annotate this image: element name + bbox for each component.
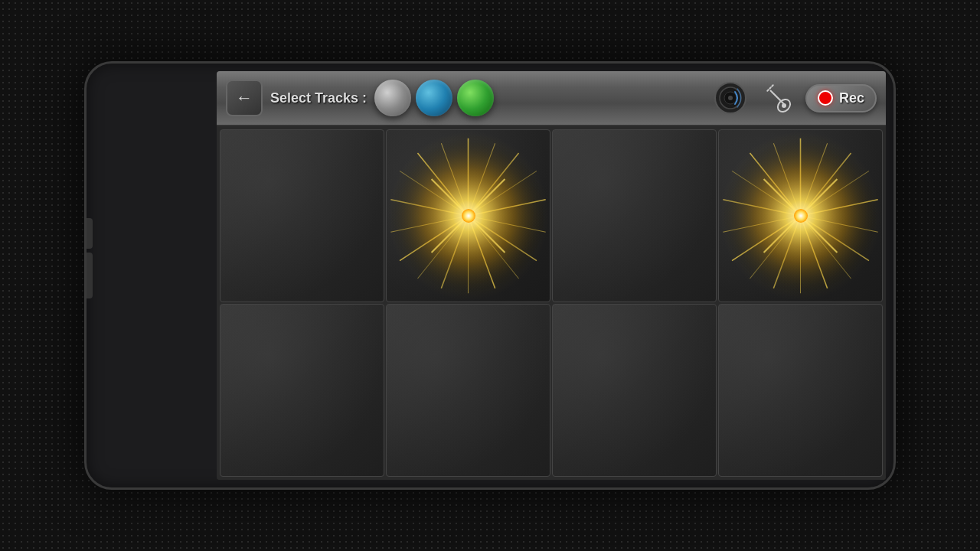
pad-cell-5[interactable] [386,304,550,477]
svg-rect-7 [769,86,772,90]
back-button[interactable]: ← [226,80,263,116]
svg-rect-8 [771,84,774,87]
side-button-top [87,253,93,298]
toolbar: ← Select Tracks : [217,71,886,126]
pad-cell-1[interactable] [386,129,550,302]
pad-cell-6[interactable] [552,304,717,477]
track-button-blue[interactable] [416,80,452,116]
svg-point-3 [728,96,733,100]
rec-label: Rec [839,90,864,106]
svg-line-4 [770,90,786,106]
speaker-icon [714,81,747,115]
starburst-1 [387,130,550,302]
speaker-icon-button[interactable] [710,78,750,118]
track-buttons-group [374,80,494,116]
pad-cell-0[interactable] [220,129,384,302]
select-tracks-label: Select Tracks : [270,90,367,106]
center-bright-3 [794,209,808,223]
pad-cell-7[interactable] [718,304,883,477]
side-button-bottom [87,218,93,249]
pad-cell-3[interactable] [718,129,883,302]
phone-container: ← Select Tracks : [84,61,896,490]
track-button-green[interactable] [457,80,494,116]
back-arrow-icon: ← [236,88,253,108]
guitar-icon [761,81,795,115]
track-button-grey[interactable] [374,80,411,116]
guitar-icon-button[interactable] [758,78,798,118]
svg-point-6 [782,103,786,108]
rec-indicator [818,90,833,106]
center-bright-1 [462,209,475,223]
rec-button[interactable]: Rec [805,84,877,112]
phone-screen: ← Select Tracks : [217,71,886,480]
starburst-3 [719,130,882,302]
pad-cell-4[interactable] [220,304,384,477]
pad-grid [217,126,886,480]
svg-rect-9 [766,89,769,92]
pad-cell-2[interactable] [552,129,717,302]
